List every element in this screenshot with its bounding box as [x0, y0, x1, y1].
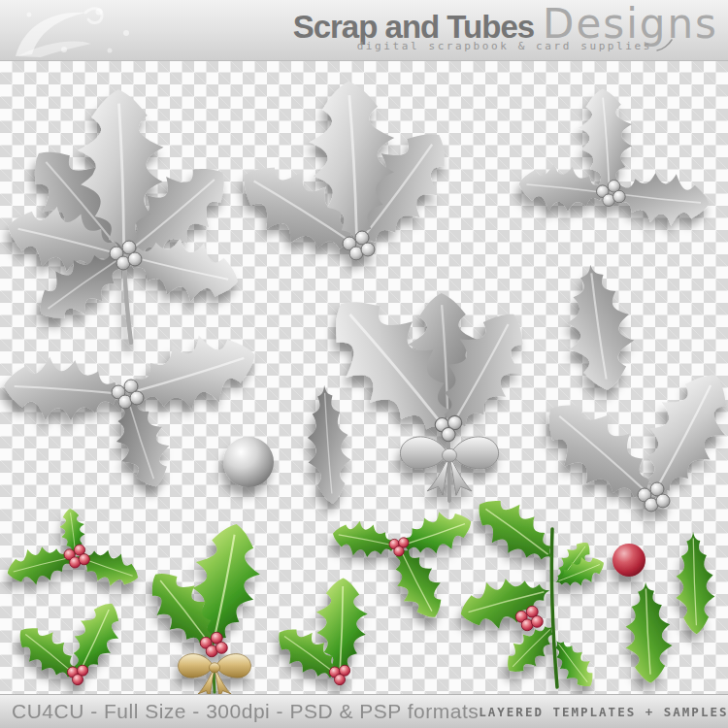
tagline-flourish-icon	[656, 39, 674, 52]
brand-name-light: Designs	[543, 4, 718, 45]
brand-tagline: digital scrapbook & card supplies	[357, 40, 652, 52]
transparency-board	[0, 60, 728, 695]
brand-block: Scrap and Tubes Designs digital scrapboo…	[293, 4, 718, 52]
header-bar: Scrap and Tubes Designs digital scrapboo…	[0, 0, 728, 61]
footer-contents-label: LAYERED TEMPLATES + SAMPLES	[479, 705, 728, 719]
product-preview: Scrap and Tubes Designs digital scrapboo…	[0, 0, 728, 728]
footer-format-label: CU4CU - Full Size - 300dpi - PSD & PSP f…	[12, 700, 479, 723]
footer-bar: CU4CU - Full Size - 300dpi - PSD & PSP f…	[0, 695, 728, 728]
flourish-logo-icon	[0, 0, 155, 60]
